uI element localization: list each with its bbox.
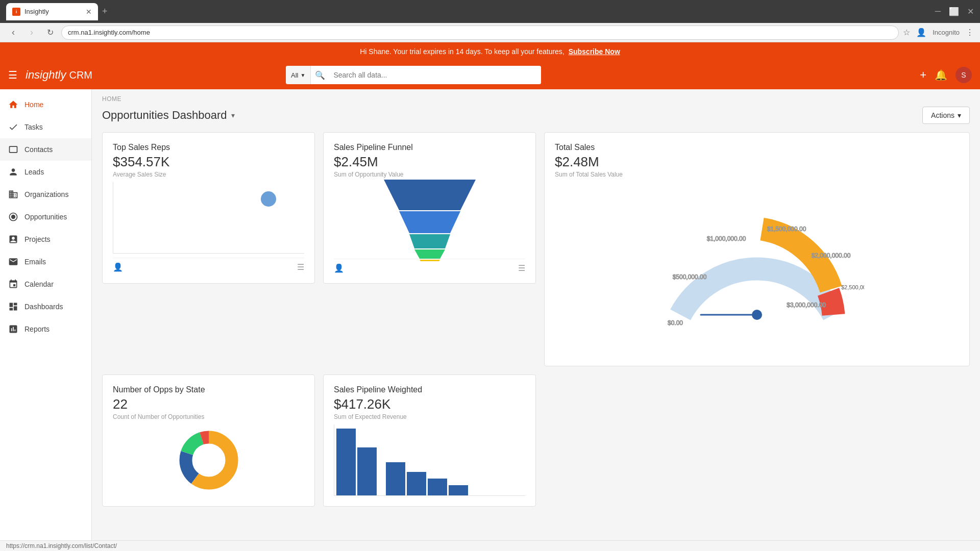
logo-text: insightly	[26, 68, 66, 82]
reload-button[interactable]: ↻	[43, 26, 57, 40]
browser-chrome: i Insightly ✕ + ─ ⬜ ✕	[0, 0, 980, 23]
donut-chart	[113, 424, 304, 496]
svg-marker-3	[409, 234, 450, 248]
person-icon-2[interactable]: 👤	[334, 263, 344, 273]
minimize-icon[interactable]: ─	[935, 7, 941, 16]
reports-icon	[8, 324, 18, 334]
incognito-label: Incognito	[933, 29, 960, 36]
svg-marker-5	[420, 260, 440, 261]
bar-4	[407, 472, 426, 495]
home-icon	[8, 99, 18, 110]
avatar[interactable]: S	[955, 67, 972, 83]
svg-text:$1,500,000.00: $1,500,000.00	[767, 226, 806, 233]
app-header: ☰ insightly CRM All ▼ 🔍 + 🔔 S	[0, 61, 980, 89]
sidebar-item-tasks[interactable]: Tasks	[0, 116, 91, 138]
bar-3	[386, 462, 405, 496]
menu-icon[interactable]: ⋮	[966, 28, 974, 37]
browser-tab[interactable]: i Insightly ✕	[6, 3, 98, 20]
svg-marker-2	[399, 211, 460, 233]
sidebar-item-opportunities[interactable]: Opportunities	[0, 206, 91, 228]
dashboards-icon	[8, 302, 18, 312]
widget-sales-pipeline-title: Sales Pipeline Funnel	[334, 143, 525, 152]
widget-sales-pipeline: Sales Pipeline Funnel $2.45M Sum of Oppo…	[323, 132, 536, 284]
svg-text:$0.00: $0.00	[668, 319, 683, 327]
svg-point-19	[192, 444, 225, 477]
url-text: crm.na1.insightly.com/home	[68, 29, 150, 36]
svg-text:$2,000,000.00: $2,000,000.00	[812, 252, 851, 259]
dropdown-arrow-icon: ▼	[301, 72, 306, 78]
bar-2	[357, 447, 377, 495]
maximize-icon[interactable]: ⬜	[949, 7, 959, 16]
search-input[interactable]	[329, 66, 541, 84]
organizations-icon	[8, 189, 18, 199]
forward-button[interactable]: ›	[24, 26, 39, 40]
notification-bell-icon[interactable]: 🔔	[935, 69, 947, 81]
widget-pipeline-weighted-subtitle: Sum of Expected Revenue	[334, 413, 525, 420]
close-window-icon[interactable]: ✕	[967, 7, 974, 16]
svg-point-0	[11, 215, 15, 219]
dashboard-row-2: Number of Opps by State 22 Count of Numb…	[92, 374, 980, 517]
actions-button[interactable]: Actions ▾	[922, 107, 970, 124]
widget-top-sales: Top Sales Reps $354.57K Average Sales Si…	[102, 132, 315, 284]
svg-text:$500,000.00: $500,000.00	[673, 273, 707, 281]
back-button[interactable]: ‹	[6, 26, 20, 40]
widget-opps-subtitle: Count of Number of Opportunities	[113, 413, 304, 420]
widget-pipeline-weighted-value: $417.26K	[334, 396, 525, 412]
search-all-button[interactable]: All ▼	[286, 66, 311, 84]
donut-svg	[178, 430, 239, 491]
hamburger-icon[interactable]: ☰	[8, 69, 17, 81]
widget-opps-by-state: Number of Opps by State 22 Count of Numb…	[102, 374, 315, 507]
subscribe-link[interactable]: Subscribe Now	[569, 47, 620, 56]
tasks-icon	[8, 122, 18, 132]
svg-marker-1	[384, 180, 476, 210]
dashboard-row-1: Top Sales Reps $354.57K Average Sales Si…	[92, 132, 980, 374]
widget-total-sales-title: Total Sales	[555, 143, 959, 152]
sidebar-item-contacts[interactable]: Contacts	[0, 138, 91, 161]
tab-title: Insightly	[24, 8, 49, 15]
tab-favicon: i	[12, 8, 20, 16]
gauge-svg: $0.00 $500,000.00 $1,000,000.00 $1,500,0…	[650, 192, 864, 345]
browser-nav: ‹ › ↻ crm.na1.insightly.com/home ☆ 👤 Inc…	[0, 23, 980, 42]
funnel-svg	[379, 180, 481, 261]
tab-close-icon[interactable]: ✕	[86, 8, 92, 16]
sidebar-item-projects[interactable]: Projects	[0, 228, 91, 251]
sidebar-item-leads[interactable]: Leads	[0, 161, 91, 183]
person-icon[interactable]: 👤	[113, 262, 123, 272]
widget-top-sales-footer: 👤 ☰	[113, 258, 304, 272]
profile-icon[interactable]: 👤	[916, 28, 926, 37]
widget-opps-title: Number of Opps by State	[113, 385, 304, 394]
breadcrumb: HOME	[92, 89, 980, 105]
widget-sales-pipeline-subtitle: Sum of Opportunity Value	[334, 171, 525, 178]
page-title-dropdown-icon[interactable]: ▾	[231, 111, 235, 119]
sidebar-item-dashboards[interactable]: Dashboards	[0, 295, 91, 318]
svg-text:$1,000,000.00: $1,000,000.00	[707, 235, 746, 242]
sidebar-item-organizations[interactable]: Organizations	[0, 183, 91, 206]
sidebar-item-calendar[interactable]: Calendar	[0, 273, 91, 295]
browser-extra-actions: ☆ 👤 Incognito ⋮	[903, 28, 974, 37]
opportunities-icon	[8, 212, 18, 222]
app-layout: Home Tasks Contacts Leads Organizations …	[0, 89, 980, 550]
list-icon[interactable]: ☰	[297, 262, 304, 272]
list-icon-2[interactable]: ☰	[518, 263, 525, 273]
status-url: https://crm.na1.insightly.com/list/Conta…	[6, 542, 117, 549]
contacts-icon	[8, 144, 18, 155]
add-icon[interactable]: +	[920, 68, 926, 82]
widget-total-sales-value: $2.48M	[555, 154, 959, 170]
bookmark-icon[interactable]: ☆	[903, 28, 910, 37]
widget-opps-value: 22	[113, 396, 304, 412]
bar-1	[336, 429, 356, 495]
widget-pipeline-weighted-title: Sales Pipeline Weighted	[334, 385, 525, 394]
projects-icon	[8, 234, 18, 244]
new-tab-button[interactable]: +	[102, 6, 108, 17]
sidebar-item-reports[interactable]: Reports	[0, 318, 91, 340]
crm-label: CRM	[69, 69, 92, 81]
sidebar-item-emails[interactable]: Emails	[0, 251, 91, 273]
widget-top-sales-value: $354.57K	[113, 154, 304, 170]
page-header: Opportunities Dashboard ▾ Actions ▾	[92, 105, 980, 132]
leads-icon	[8, 167, 18, 177]
actions-dropdown-icon: ▾	[958, 111, 961, 119]
url-bar[interactable]: crm.na1.insightly.com/home	[61, 26, 899, 40]
sidebar-item-home[interactable]: Home	[0, 93, 91, 116]
widget-sales-pipeline-value: $2.45M	[334, 154, 525, 170]
status-bar: https://crm.na1.insightly.com/list/Conta…	[0, 540, 980, 550]
